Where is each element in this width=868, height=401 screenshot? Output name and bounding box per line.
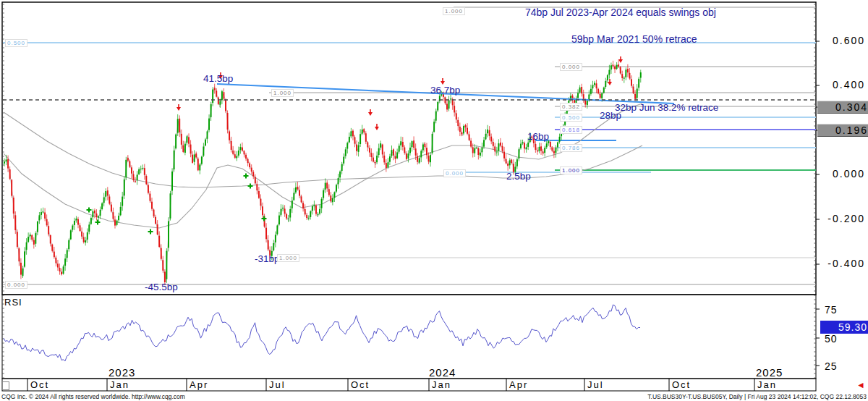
fib-level-label: 0.786 [560, 144, 582, 152]
month-label: Jan [110, 379, 129, 390]
annotation-label: 16bp [527, 131, 549, 142]
annotation-label: 32bp Jun 38.2% retrace [615, 102, 718, 113]
scroll-left-arrow-icon[interactable]: ◄ [856, 380, 865, 390]
fib-level-label: 0.382 [560, 103, 582, 111]
copyright-text: CQG Inc. © 2024 All rights reserved worl… [1, 393, 185, 400]
fib-level-label: 0.500 [5, 39, 27, 47]
annotation-label: 36.7bp [430, 85, 460, 96]
month-label: Oct [351, 379, 370, 390]
rsi-study-label: RSI [4, 297, 22, 308]
fib-level-label: 0.000 [443, 169, 466, 177]
fib-level-label: 1.000 [560, 166, 582, 174]
annotation-label: 59bp Mar 2021 50% retrace [571, 33, 697, 45]
year-label: 2025 [756, 366, 783, 379]
month-label: Jul [269, 379, 286, 390]
annotation-label: 2.5bp [506, 171, 531, 182]
status-bar: CQG Inc. © 2024 All rights reserved worl… [0, 392, 868, 401]
price-axis-label: 0.400 [819, 79, 865, 90]
fib-level-label: 0.618 [560, 126, 582, 134]
price-axis-label: 0.304 [817, 101, 868, 114]
annotation-label: -45.5bp [145, 282, 178, 292]
timeline-checkbox[interactable] [2, 381, 9, 390]
annotation-label: 74bp Jul 2023-Apr 2024 equals swings obj [525, 7, 716, 18]
rsi-axis-label: 25 [825, 360, 861, 372]
symbol-timestamp-text: T.US.BUS30Y-T.US.BUS05Y, Daily | Fri Aug… [647, 393, 867, 400]
month-label: Oct [672, 379, 691, 390]
fib-level-label: 0.000 [560, 63, 582, 71]
rsi-axis-label: 50 [825, 333, 861, 345]
annotation-label: -31bp [255, 253, 280, 264]
price-axis-label: 0.600 [819, 35, 865, 46]
year-label: 2024 [429, 366, 456, 379]
month-label: Jul [587, 379, 604, 390]
month-label: Jan [757, 379, 777, 390]
month-label: Jan [432, 379, 451, 390]
month-label: Apr [509, 379, 528, 390]
rsi-axis-label: 75 [825, 304, 861, 316]
month-band [27, 379, 754, 391]
fib-level-label: 1.000 [277, 254, 299, 262]
annotation-label: 28bp [600, 110, 621, 121]
fib-level-label: 1.000 [271, 89, 294, 97]
fib-level-label: 0.500 [560, 114, 582, 122]
month-label: Oct [30, 379, 49, 390]
cqg-chart-window: 74bp Jul 2023-Apr 2024 equals swings obj… [0, 0, 868, 401]
year-label: 2023 [109, 366, 135, 379]
price-axis-label: -0.400 [819, 258, 865, 269]
moving-averages [4, 104, 642, 228]
month-label: Apr [190, 379, 208, 390]
fib-lines [3, 7, 816, 284]
chart-canvas[interactable] [0, 0, 868, 401]
price-axis-label: 0.000 [819, 168, 865, 180]
annotation-label: 41.5bp [203, 73, 233, 84]
rsi-line [4, 305, 640, 361]
fib-level-label: 0.000 [5, 281, 27, 289]
price-axis-label: -0.200 [819, 213, 865, 224]
fib-level-label: 1.000 [443, 7, 465, 15]
price-axis-label: 0.196 [817, 124, 868, 137]
rsi-value-badge: 59.30 [820, 321, 868, 334]
